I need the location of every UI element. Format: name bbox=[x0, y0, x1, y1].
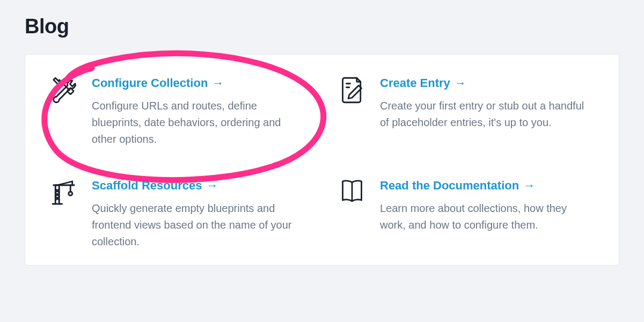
arrow-right-icon: → bbox=[523, 179, 535, 193]
wrench-hammer-icon bbox=[49, 75, 79, 105]
arrow-right-icon: → bbox=[212, 76, 224, 90]
tile-title-text: Configure Collection bbox=[92, 76, 208, 90]
tile-configure-collection: Configure Collection → Configure URLs an… bbox=[49, 75, 307, 148]
document-pencil-icon bbox=[337, 75, 367, 105]
create-entry-link[interactable]: Create Entry → bbox=[380, 76, 466, 90]
crane-icon bbox=[49, 178, 79, 208]
arrow-right-icon: → bbox=[206, 179, 218, 193]
tile-description: Learn more about collections, how they w… bbox=[380, 200, 595, 233]
book-icon bbox=[337, 178, 367, 208]
getting-started-card: Configure Collection → Configure URLs an… bbox=[25, 54, 619, 266]
tile-title-text: Scaffold Resources bbox=[92, 179, 202, 193]
read-documentation-link[interactable]: Read the Documentation → bbox=[380, 179, 535, 193]
tile-create-entry: Create Entry → Create your first entry o… bbox=[337, 75, 595, 148]
scaffold-resources-link[interactable]: Scaffold Resources → bbox=[92, 179, 218, 193]
tile-scaffold-resources: Scaffold Resources → Quickly generate em… bbox=[49, 178, 307, 250]
arrow-right-icon: → bbox=[455, 76, 466, 90]
tile-title-text: Create Entry bbox=[380, 76, 450, 90]
page-title: Blog bbox=[25, 15, 619, 38]
tile-read-documentation: Read the Documentation → Learn more abou… bbox=[337, 178, 595, 250]
configure-collection-link[interactable]: Configure Collection → bbox=[92, 76, 224, 90]
tile-description: Configure URLs and routes, define bluepr… bbox=[92, 98, 306, 148]
tile-description: Quickly generate empty blueprints and fr… bbox=[92, 200, 306, 250]
tile-title-text: Read the Documentation bbox=[380, 179, 519, 193]
tile-description: Create your first entry or stub out a ha… bbox=[380, 98, 595, 131]
